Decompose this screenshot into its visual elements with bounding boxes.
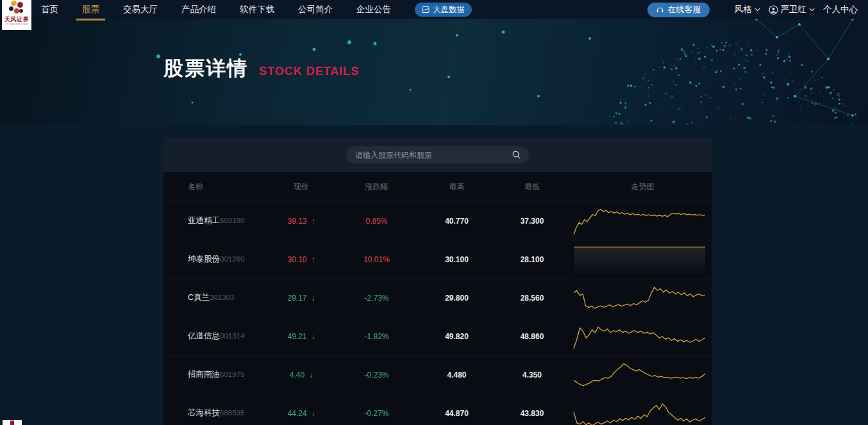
avatar-icon [769, 5, 778, 15]
header-trend: 走势图 [574, 181, 712, 192]
table-row[interactable]: 亚通精工603190 39.13↑ 0.85% 40.770 37.300 [163, 201, 712, 240]
stock-search-box[interactable] [346, 146, 529, 163]
online-service-label: 在线客服 [668, 4, 701, 15]
stock-price: 30.10 [287, 255, 306, 264]
stock-name[interactable]: 亚通精工 [188, 216, 220, 225]
search-icon[interactable] [512, 150, 521, 160]
nav-item-company-intro[interactable]: 公司简介 [298, 4, 333, 15]
header-name: 名称 [163, 181, 272, 192]
page-title: 股票详情 [163, 55, 248, 82]
trend-sparkline [574, 322, 705, 351]
stock-price-cell: 30.10↑ [272, 255, 330, 264]
stock-code: 001314 [220, 332, 244, 340]
page-subtitle: STOCK DETAILS [259, 65, 359, 78]
table-row[interactable]: 芯海科技688595 44.24↓ -0.27% 44.870 43.830 [163, 394, 712, 425]
brand-name: 天风证券 [4, 16, 29, 22]
direction-arrow-icon: ↓ [312, 409, 315, 418]
header-high: 最高 [423, 181, 490, 192]
trend-chart-cell [574, 245, 705, 274]
stock-change-percent: -1.82% [330, 332, 423, 341]
stock-price-cell: 39.13↑ [272, 217, 330, 226]
stock-high: 4.480 [423, 371, 490, 379]
stock-change-percent: 10.01% [330, 255, 423, 264]
stock-change-percent: 0.85% [330, 217, 423, 226]
user-menu[interactable]: 严卫红 [769, 4, 815, 15]
stock-high: 29.800 [423, 294, 490, 303]
hero-banner: 股票详情 STOCK DETAILS [0, 19, 868, 125]
stock-change-percent: -2.73% [330, 294, 423, 303]
trend-sparkline [574, 206, 705, 236]
stock-name[interactable]: C真兰 [188, 293, 210, 302]
direction-arrow-icon: ↓ [309, 371, 313, 379]
stock-code: 688595 [220, 409, 244, 417]
style-dropdown[interactable]: 风格 [735, 4, 760, 15]
hero-decoration [0, 19, 868, 125]
stock-high: 44.870 [423, 409, 490, 418]
stock-change-percent: -0.27% [330, 409, 423, 418]
stock-high: 49.820 [423, 332, 490, 341]
stock-high: 40.770 [423, 217, 490, 226]
stock-high: 30.100 [423, 255, 490, 264]
personal-center-link[interactable]: 个人中心 [823, 4, 858, 15]
stock-price: 49.21 [287, 332, 306, 341]
stock-low: 28.560 [490, 294, 574, 303]
chevron-down-icon [809, 8, 815, 12]
table-header: 名称 现价 涨跌幅 最高 最低 走势图 [163, 172, 712, 201]
nav-item-trading-hall[interactable]: 交易大厅 [123, 4, 158, 15]
brand-subtitle: TF SECURITIES [5, 22, 28, 26]
direction-arrow-icon: ↓ [312, 332, 315, 341]
nav-item-stocks[interactable]: 股票 [82, 4, 99, 15]
stock-low: 48.860 [490, 332, 574, 341]
brand-logo[interactable]: 天风证券 TF SECURITIES [2, 0, 31, 30]
online-service-button[interactable]: 在线客服 [647, 3, 710, 17]
username-label: 严卫红 [781, 4, 807, 15]
trend-chart-cell [574, 283, 705, 313]
stock-price-cell: 29.17↓ [272, 294, 330, 303]
pinwheel-logo-icon [8, 1, 25, 16]
trend-chart-cell [574, 360, 705, 390]
stock-price-cell: 4.40↓ [272, 371, 330, 379]
table-row[interactable]: 亿道信息001314 49.21↓ -1.82% 49.820 48.860 [163, 317, 712, 355]
header-price: 现价 [272, 181, 330, 192]
nav-item-home[interactable]: 首页 [41, 4, 58, 15]
market-data-label: 大盘数据 [433, 4, 465, 15]
chevron-down-icon [755, 8, 760, 12]
top-navigation: 首页 股票 交易大厅 产品介绍 软件下载 公司简介 企业公告 大盘数据 在线客服… [0, 0, 868, 19]
stock-name[interactable]: 招商南油 [188, 370, 220, 379]
stock-name[interactable]: 亿道信息 [188, 331, 220, 340]
stock-low: 28.100 [490, 255, 574, 264]
footer-logo-partial [3, 420, 22, 425]
header-change: 涨跌幅 [330, 181, 423, 192]
stock-name[interactable]: 坤泰股份 [188, 254, 220, 263]
trend-chart-cell [574, 322, 705, 351]
personal-center-label: 个人中心 [823, 4, 858, 15]
stock-price: 44.24 [287, 409, 306, 418]
chart-icon [422, 6, 430, 13]
nav-item-announcements[interactable]: 企业公告 [356, 4, 391, 15]
stock-code: 001260 [220, 255, 244, 263]
trend-sparkline [574, 399, 705, 425]
trend-sparkline [574, 283, 705, 313]
stock-price-cell: 49.21↓ [272, 332, 330, 341]
stock-search-input[interactable] [355, 151, 512, 160]
topbar-right: 在线客服 风格 严卫红 个人中心 [647, 3, 868, 17]
trend-sparkline [574, 360, 705, 390]
stock-table-body: 亚通精工603190 39.13↑ 0.85% 40.770 37.300 坤泰… [163, 201, 712, 425]
stock-name[interactable]: 芯海科技 [188, 408, 220, 417]
trend-chart-cell [574, 399, 705, 425]
nav-item-downloads[interactable]: 软件下载 [240, 4, 274, 15]
market-data-button[interactable]: 大盘数据 [415, 3, 472, 17]
headset-icon [656, 6, 664, 14]
nav-item-products[interactable]: 产品介绍 [181, 4, 216, 15]
stock-low: 37.300 [490, 217, 574, 226]
stock-price: 29.17 [287, 294, 306, 303]
table-row[interactable]: 坤泰股份001260 30.10↑ 10.01% 30.100 28.100 [163, 240, 712, 278]
trend-chart-cell [574, 206, 705, 236]
stock-change-percent: -0.23% [330, 371, 423, 379]
table-row[interactable]: C真兰301303 29.17↓ -2.73% 29.800 28.560 [163, 278, 712, 317]
stock-low: 4.350 [490, 371, 574, 379]
table-row[interactable]: 招商南油601975 4.40↓ -0.23% 4.480 4.350 [163, 355, 712, 394]
stock-table: 名称 现价 涨跌幅 最高 最低 走势图 亚通精工603190 39.13↑ 0.… [163, 172, 712, 425]
trend-sparkline [574, 245, 705, 274]
stock-code: 603190 [220, 217, 244, 224]
